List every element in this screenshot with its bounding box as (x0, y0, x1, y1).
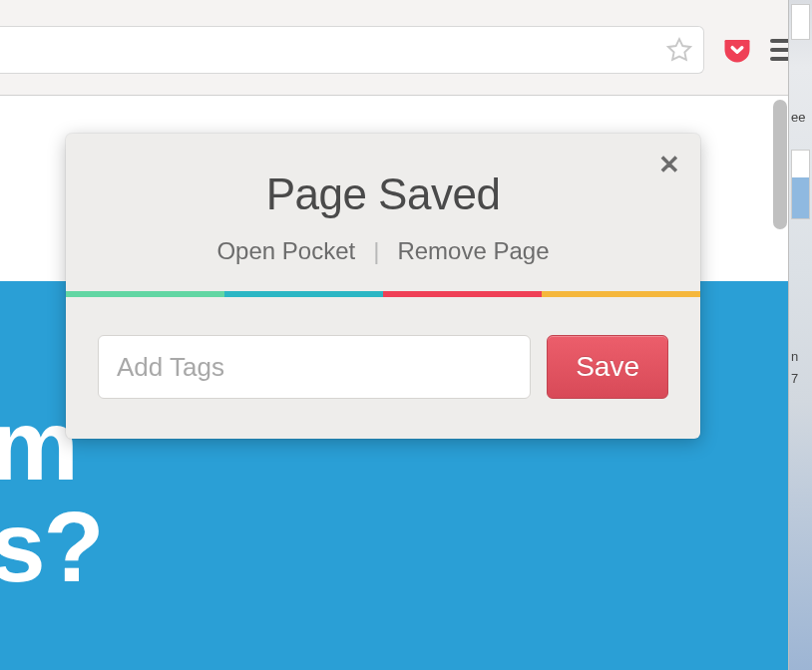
pocket-extension-icon[interactable] (720, 33, 754, 67)
color-segment-teal (224, 291, 383, 297)
thumbnail (791, 4, 810, 40)
color-segment-red (383, 291, 542, 297)
address-bar[interactable] (0, 26, 704, 74)
brand-color-bar (66, 291, 700, 297)
tags-input[interactable] (98, 335, 531, 399)
desktop-side-strip: ee n 7 (788, 0, 812, 670)
thumbnail (791, 150, 810, 219)
bookmark-star-icon[interactable] (665, 36, 693, 64)
remove-page-link[interactable]: Remove Page (397, 237, 549, 265)
color-segment-green (66, 291, 224, 297)
strip-text-fragment: n (791, 349, 798, 364)
popup-actions: Open Pocket | Remove Page (94, 237, 672, 265)
hero-text-fragment: s? (0, 495, 103, 599)
strip-text-fragment: 7 (791, 371, 798, 386)
link-separator: | (373, 237, 379, 265)
popup-title: Page Saved (94, 169, 672, 219)
popup-footer: Save (66, 297, 700, 439)
browser-toolbar (0, 0, 812, 96)
close-icon[interactable]: ✕ (658, 152, 680, 177)
pocket-saved-popup: ✕ Page Saved Open Pocket | Remove Page S… (66, 134, 700, 439)
color-segment-amber (542, 291, 700, 297)
scrollbar-thumb[interactable] (773, 100, 787, 229)
popup-header: ✕ Page Saved Open Pocket | Remove Page (66, 134, 700, 291)
save-button[interactable]: Save (547, 335, 668, 399)
strip-text-fragment: ee (791, 110, 805, 125)
open-pocket-link[interactable]: Open Pocket (216, 237, 355, 265)
toolbar-row (0, 26, 812, 74)
